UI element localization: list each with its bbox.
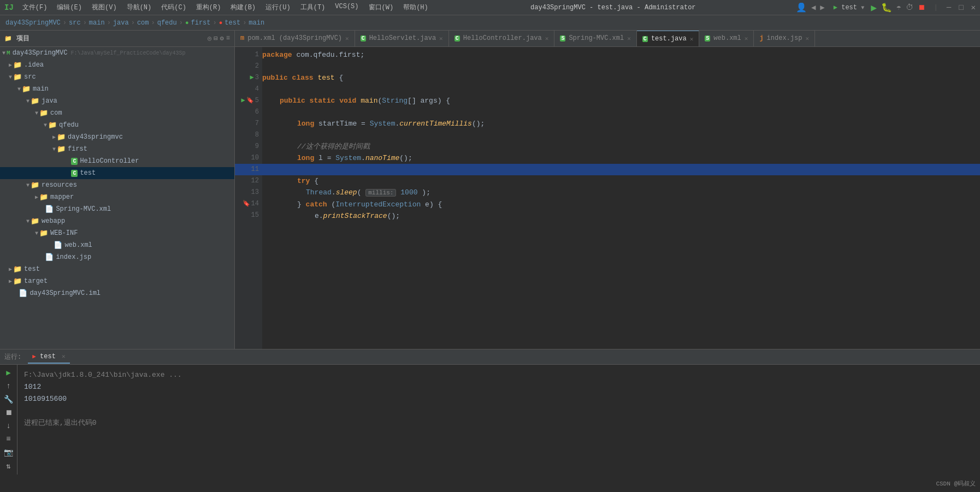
stop-run-button[interactable]: ⏹ <box>4 407 14 418</box>
sort-button[interactable]: ⇅ <box>5 460 11 472</box>
run-arrow-5[interactable]: ▶ <box>241 95 245 106</box>
tree-item-indexjsp[interactable]: 📄 index.jsp <box>0 251 234 263</box>
folder-icon-resources: 📁 <box>31 181 39 189</box>
tree-item-src[interactable]: ▼ 📁 src <box>0 71 234 83</box>
bottom-tab-test[interactable]: ▶ test ✕ <box>28 351 69 364</box>
profile-icon[interactable]: 👤 <box>796 2 807 13</box>
forward-button[interactable]: ▶ <box>820 3 824 12</box>
folder-icon-src: 📁 <box>13 73 22 81</box>
crumb-first-icon[interactable]: ● <box>185 20 189 26</box>
menu-build[interactable]: 构建(B) <box>228 2 258 13</box>
tree-item-webapp[interactable]: ▼ 📁 webapp <box>0 215 234 227</box>
menu-tools[interactable]: 工具(T) <box>298 2 328 13</box>
maximize-button[interactable]: □ <box>959 3 963 12</box>
run-again-button[interactable]: ▶ <box>5 367 11 378</box>
menu-run[interactable]: 运行(U) <box>263 2 293 13</box>
profile-button[interactable]: ⏱ <box>906 3 913 12</box>
menu-nav[interactable]: 导航(N) <box>125 2 154 13</box>
code-lines[interactable]: package com.qfedu.first; public class te… <box>262 47 980 349</box>
align-button[interactable]: ≡ <box>5 434 11 444</box>
tree-item-qfedu[interactable]: ▼ 📁 qfedu <box>0 119 234 131</box>
sidebar-icons[interactable]: ◎ ⊟ ⚙ ≡ <box>208 34 230 43</box>
menu-code[interactable]: 代码(C) <box>159 2 188 13</box>
tree-item-day43springmvc[interactable]: ▶ 📁 day43springmvc <box>0 131 234 143</box>
tab-webxml[interactable]: S web.xml ✕ <box>699 31 754 46</box>
crumb-main-method[interactable]: main <box>249 19 264 27</box>
class-icon-hellocontroller: C <box>71 158 78 165</box>
run-arrow-3[interactable]: ▶ <box>250 72 254 84</box>
pin-button[interactable]: 📌 <box>3 474 14 475</box>
tree-item-mapper[interactable]: ▶ 📁 mapper <box>0 191 234 203</box>
tab-close-helloservlet[interactable]: ✕ <box>439 35 443 42</box>
tree-item-iml[interactable]: 📄 day43SpringMVC.iml <box>0 287 234 299</box>
code-content[interactable]: 1 2 ▶3 4 ▶ 🔖5 6 7 8 9 <box>235 47 980 349</box>
debug-button[interactable]: 🐛 <box>881 2 892 13</box>
sidebar-locate-icon[interactable]: ◎ <box>208 34 211 43</box>
camera-button[interactable]: 📷 <box>3 447 14 458</box>
csdn-watermark: CSDN @码叔义 <box>936 479 976 488</box>
menu-refactor[interactable]: 重构(R) <box>194 2 223 13</box>
menu-vcs[interactable]: VCS(S) <box>333 2 361 13</box>
tree-item-main[interactable]: ▼ 📁 main <box>0 83 234 95</box>
sidebar-gear-icon[interactable]: ⚙ <box>220 34 224 43</box>
sidebar-settings-icon[interactable]: ≡ <box>226 34 230 43</box>
menu-file[interactable]: 文件(F) <box>20 2 50 13</box>
minimize-button[interactable]: ─ <box>947 3 951 12</box>
menu-edit[interactable]: 编辑(E) <box>55 2 84 13</box>
tab-indexjsp[interactable]: j index.jsp ✕ <box>754 31 815 46</box>
tab-pomxml[interactable]: m pom.xml (day43SpringMVC) ✕ <box>235 31 355 46</box>
wrench-button[interactable]: 🔧 <box>3 394 14 405</box>
crumb-qfedu[interactable]: qfedu <box>157 19 177 27</box>
crumb-main[interactable]: main <box>89 19 105 27</box>
coverage-button[interactable]: ☂ <box>896 3 901 12</box>
tree-item-java[interactable]: ▼ 📁 java <box>0 95 234 107</box>
tab-close-indexjsp[interactable]: ✕ <box>805 35 809 42</box>
close-button[interactable]: ✕ <box>971 3 976 12</box>
menu-view[interactable]: 视图(V) <box>90 2 119 13</box>
crumb-com[interactable]: com <box>137 19 149 27</box>
tab-springmvc[interactable]: S Spring-MVC.xml ✕ <box>554 31 636 46</box>
bottom-tab-close-test[interactable]: ✕ <box>62 353 66 360</box>
run-button[interactable]: ▶ <box>871 2 877 14</box>
window-controls[interactable]: 👤 ◀ ▶ ▶ test ▼ ▶ 🐛 ☂ ⏱ ⏹ | ─ □ ✕ <box>796 2 976 14</box>
tab-close-webxml[interactable]: ✕ <box>745 35 748 42</box>
back-button[interactable]: ◀ <box>811 3 816 12</box>
sidebar-collapse-icon[interactable]: ⊟ <box>214 34 217 43</box>
tree-item-test-folder[interactable]: ▶ 📁 test <box>0 263 234 275</box>
crumb-project[interactable]: day43SpringMVC <box>5 19 61 27</box>
tree-label-webxml: web.xml <box>64 241 92 249</box>
menu-bar[interactable]: 文件(F) 编辑(E) 视图(V) 导航(N) 代码(C) 重构(R) 构建(B… <box>20 2 430 13</box>
tree-item-webinf[interactable]: ▼ 📁 WEB-INF <box>0 227 234 239</box>
output-line-cmd: F:\Java\jdk1.8.0_241\bin\java.exe ... <box>24 369 973 381</box>
crumb-first[interactable]: first <box>191 19 211 27</box>
code-line-5: public static void main(String[] args) { <box>262 95 980 106</box>
tab-testjava[interactable]: C test.java ✕ <box>637 31 699 46</box>
tree-item-first[interactable]: ▼ 📁 first <box>0 143 234 155</box>
tab-helloservlet[interactable]: C HelloServlet.java ✕ <box>355 31 449 46</box>
tab-close-pom[interactable]: ✕ <box>345 35 349 42</box>
tree-item-com[interactable]: ▼ 📁 com <box>0 107 234 119</box>
folder-icon-java: 📁 <box>31 97 39 105</box>
tab-icon-webxml: S <box>705 35 710 42</box>
tree-item-hellocontroller[interactable]: C HelloController <box>0 155 234 167</box>
tab-close-springmvc[interactable]: ✕ <box>627 35 631 42</box>
tab-close-testjava[interactable]: ✕ <box>690 35 694 43</box>
run-config-dropdown[interactable]: ▶ test ▼ <box>834 3 864 11</box>
menu-help[interactable]: 帮助(H) <box>401 2 430 13</box>
tree-item-resources[interactable]: ▼ 📁 resources <box>0 179 234 191</box>
tab-hellocontroller[interactable]: C HelloController.java ✕ <box>449 31 555 46</box>
tab-close-hellocontroller[interactable]: ✕ <box>545 35 549 42</box>
tree-item-spring-mvc-xml[interactable]: 📄 Spring-MVC.xml <box>0 203 234 215</box>
stop-button[interactable]: ⏹ <box>918 3 925 12</box>
menu-window[interactable]: 窗口(W) <box>367 2 396 13</box>
tree-item-idea[interactable]: ▶ 📁 .idea <box>0 59 234 71</box>
scroll-up-button[interactable]: ↑ <box>5 381 11 392</box>
scroll-down-button[interactable]: ↓ <box>5 420 11 431</box>
crumb-src[interactable]: src <box>69 19 81 27</box>
tree-item-target[interactable]: ▶ 📁 target <box>0 275 234 287</box>
tree-item-test[interactable]: C test <box>0 167 234 179</box>
tree-item-webxml[interactable]: 📄 web.xml <box>0 239 234 251</box>
crumb-java[interactable]: java <box>113 19 129 27</box>
tree-item-root[interactable]: ▼ M day43SpringMVC F:\Java\mySelf_Practi… <box>0 47 234 59</box>
crumb-test[interactable]: test <box>225 19 240 27</box>
